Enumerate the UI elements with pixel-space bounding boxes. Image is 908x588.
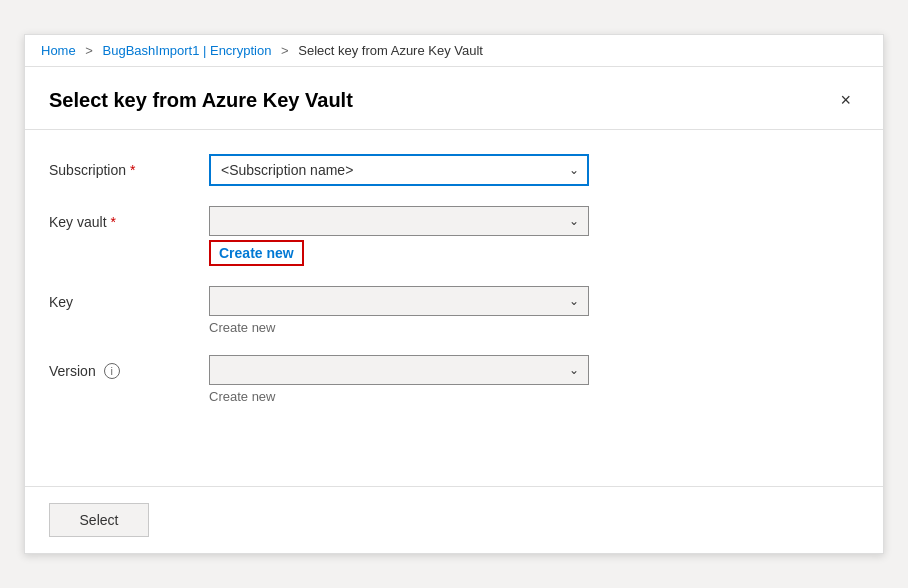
version-select-wrapper: ⌄ bbox=[209, 355, 589, 385]
breadcrumb-home[interactable]: Home bbox=[41, 43, 76, 58]
key-vault-select-wrapper: ⌄ bbox=[209, 206, 589, 236]
key-control: ⌄ Create new bbox=[209, 286, 859, 335]
dialog: Home > BugBashImport1 | Encryption > Sel… bbox=[24, 34, 884, 554]
breadcrumb-sep-1: > bbox=[85, 43, 93, 58]
subscription-select-wrapper: <Subscription name> ⌄ bbox=[209, 154, 589, 186]
key-select-wrapper: ⌄ bbox=[209, 286, 589, 316]
select-button[interactable]: Select bbox=[49, 503, 149, 537]
breadcrumb-current: Select key from Azure Key Vault bbox=[298, 43, 483, 58]
key-vault-create-new-link[interactable]: Create new bbox=[209, 240, 304, 266]
version-info-icon[interactable]: i bbox=[104, 363, 120, 379]
breadcrumb-import[interactable]: BugBashImport1 | Encryption bbox=[103, 43, 272, 58]
dialog-footer: Select bbox=[25, 486, 883, 553]
dialog-title: Select key from Azure Key Vault bbox=[49, 89, 353, 112]
dialog-body: Subscription * <Subscription name> ⌄ Key… bbox=[25, 130, 883, 486]
key-vault-row: Key vault * ⌄ Create new bbox=[49, 206, 859, 266]
version-select[interactable] bbox=[209, 355, 589, 385]
close-button[interactable]: × bbox=[832, 87, 859, 113]
subscription-row: Subscription * <Subscription name> ⌄ bbox=[49, 154, 859, 186]
key-vault-required: * bbox=[111, 214, 116, 230]
version-row: Version i ⌄ Create new bbox=[49, 355, 859, 404]
key-vault-select[interactable] bbox=[209, 206, 589, 236]
key-label: Key bbox=[49, 286, 209, 310]
version-create-new-link[interactable]: Create new bbox=[209, 389, 275, 404]
subscription-required: * bbox=[130, 162, 135, 178]
version-label: Version i bbox=[49, 355, 209, 379]
subscription-control: <Subscription name> ⌄ bbox=[209, 154, 859, 186]
breadcrumb: Home > BugBashImport1 | Encryption > Sel… bbox=[25, 35, 883, 67]
subscription-label: Subscription * bbox=[49, 154, 209, 178]
key-row: Key ⌄ Create new bbox=[49, 286, 859, 335]
key-select[interactable] bbox=[209, 286, 589, 316]
key-vault-label: Key vault * bbox=[49, 206, 209, 230]
key-create-new-link[interactable]: Create new bbox=[209, 320, 275, 335]
dialog-header: Select key from Azure Key Vault × bbox=[25, 67, 883, 130]
subscription-select[interactable]: <Subscription name> bbox=[209, 154, 589, 186]
breadcrumb-sep-2: > bbox=[281, 43, 289, 58]
version-control: ⌄ Create new bbox=[209, 355, 859, 404]
key-vault-control: ⌄ Create new bbox=[209, 206, 859, 266]
